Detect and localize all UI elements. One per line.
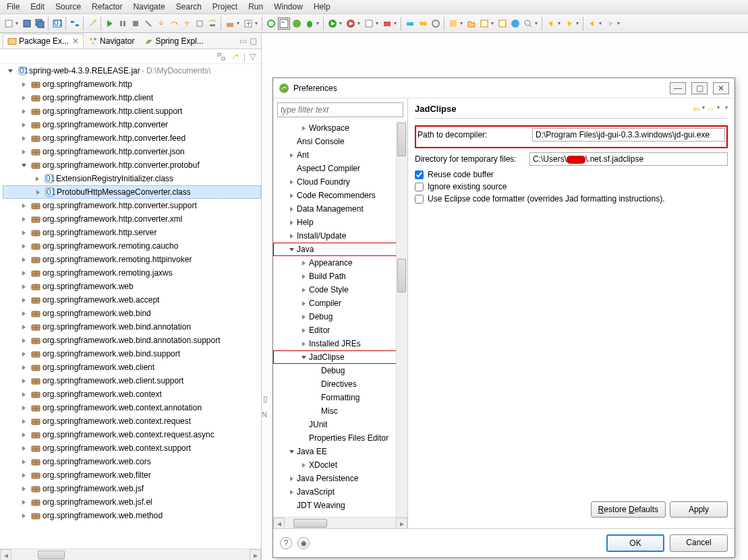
minimize-icon[interactable]: ▭ bbox=[239, 36, 247, 46]
step-return-icon[interactable] bbox=[181, 18, 193, 30]
wand-icon[interactable] bbox=[86, 18, 98, 30]
project-root[interactable]: 010spring-web-4.3.9.RELEASE.jar - D:\MyD… bbox=[3, 64, 261, 77]
annotation-prev-icon[interactable] bbox=[545, 18, 557, 30]
apply-button[interactable]: Apply bbox=[670, 501, 728, 518]
package-row[interactable]: org.springframework.http.server bbox=[3, 226, 261, 239]
package-row[interactable]: org.springframework.web.context.request bbox=[3, 414, 261, 428]
reuse-checkbox[interactable] bbox=[415, 170, 424, 179]
close-icon[interactable]: ✕ bbox=[72, 36, 79, 46]
back-icon[interactable] bbox=[586, 18, 598, 30]
filter-input[interactable] bbox=[277, 102, 403, 117]
new-jpa-icon[interactable] bbox=[447, 18, 459, 30]
package-row[interactable]: org.springframework.http.converter.feed bbox=[3, 131, 261, 145]
package-row[interactable]: org.springframework.web.bind bbox=[3, 307, 261, 320]
scroll-thumb[interactable] bbox=[397, 259, 406, 292]
pref-h-scrollbar[interactable]: ◂ ▸ bbox=[273, 517, 407, 528]
step-into-icon[interactable] bbox=[155, 18, 167, 30]
pref-tree-item[interactable]: Workspace bbox=[273, 121, 407, 135]
toggle-breadcrumb-icon[interactable] bbox=[69, 18, 81, 30]
pref-tree[interactable]: GeneralWorkspaceAnsi ConsoleAntAspectJ C… bbox=[273, 121, 407, 517]
coverage-icon[interactable] bbox=[345, 18, 357, 30]
menu-ic
              holder[interactable]: ▾ bbox=[725, 104, 728, 114]
menu-help[interactable]: Help bbox=[308, 0, 336, 13]
relaunch-icon[interactable] bbox=[265, 18, 277, 30]
link-icon[interactable] bbox=[230, 52, 239, 61]
pref-tree-item[interactable]: JadClipse bbox=[273, 350, 407, 364]
pref-tree-item[interactable]: Formatting bbox=[273, 391, 407, 404]
pref-tree-item[interactable]: Java Persistence bbox=[273, 472, 407, 485]
scroll-right-icon[interactable]: ▸ bbox=[396, 518, 407, 528]
pref-tree-item[interactable]: Code Recommenders bbox=[273, 189, 407, 202]
package-row[interactable]: org.springframework.remoting.jaxws bbox=[3, 266, 261, 280]
package-row[interactable]: org.springframework.web.cors bbox=[3, 455, 261, 468]
step-over-icon[interactable] bbox=[168, 18, 180, 30]
package-row[interactable]: org.springframework.http.converter.proto… bbox=[3, 158, 261, 172]
h-scrollbar[interactable]: ◂ ▸ bbox=[0, 549, 261, 560]
path-input[interactable] bbox=[532, 128, 725, 142]
restore-defaults-button[interactable]: Restore Defaults bbox=[591, 501, 666, 518]
pref-tree-item[interactable]: JavaScript bbox=[273, 485, 407, 499]
new-conn-icon[interactable] bbox=[417, 18, 429, 30]
scroll-thumb[interactable] bbox=[397, 123, 406, 156]
annotation-next-icon[interactable] bbox=[563, 18, 575, 30]
maximize-icon[interactable]: ▢ bbox=[250, 36, 257, 46]
pref-tree-item[interactable]: Editor bbox=[273, 323, 407, 337]
collapse-icon[interactable] bbox=[217, 52, 226, 61]
package-row[interactable]: org.springframework.web bbox=[3, 280, 261, 293]
ignore-checkbox[interactable] bbox=[415, 183, 424, 191]
menu-edit[interactable]: Edit bbox=[25, 0, 50, 13]
package-row[interactable]: org.springframework.web.jsf bbox=[3, 482, 261, 495]
save-all-icon[interactable] bbox=[34, 18, 46, 30]
package-row[interactable]: org.springframework.http.converter.xml bbox=[3, 212, 261, 226]
class-row[interactable]: 010ExtensionRegistryInitializer.class bbox=[3, 172, 261, 185]
new-icon[interactable] bbox=[3, 18, 15, 30]
forward-icon[interactable] bbox=[604, 18, 616, 30]
new-folder-icon[interactable] bbox=[465, 18, 478, 30]
dialog-titlebar[interactable]: Preferences — ▢ ✕ bbox=[273, 78, 735, 98]
menu-file[interactable]: File bbox=[1, 0, 25, 13]
pref-tree-item[interactable]: Build Path bbox=[273, 270, 407, 283]
scroll-left-icon[interactable]: ◂ bbox=[273, 518, 285, 528]
pref-tree-item[interactable]: Help bbox=[273, 216, 407, 229]
console-icon[interactable] bbox=[278, 18, 290, 30]
debug-stop-icon[interactable] bbox=[130, 18, 142, 30]
class-row[interactable]: 010ProtobufHttpMessageConverter.class bbox=[3, 185, 261, 199]
pref-tree-item[interactable]: Ansi Console bbox=[273, 135, 407, 148]
import-export-icon[interactable]: ◉ bbox=[297, 537, 310, 549]
pref-tree-item[interactable]: XDoclet bbox=[273, 458, 407, 472]
help-icon[interactable]: ? bbox=[280, 537, 292, 549]
pref-tree-item[interactable]: Properties Files Editor bbox=[273, 431, 407, 445]
menu-search[interactable]: Search bbox=[171, 0, 207, 13]
pref-tree-item[interactable]: JUnit bbox=[273, 418, 407, 431]
package-row[interactable]: org.springframework.http.client.support bbox=[3, 104, 261, 118]
search-icon[interactable] bbox=[522, 18, 534, 30]
pref-tree-item[interactable]: Compiler bbox=[273, 297, 407, 310]
package-row[interactable]: org.springframework.web.context.annotati… bbox=[3, 401, 261, 414]
forward-icon[interactable]: ⇨ bbox=[708, 104, 714, 114]
package-row[interactable]: org.springframework.remoting.httpinvoker bbox=[3, 253, 261, 266]
package-tree[interactable]: 010spring-web-4.3.9.RELEASE.jar - D:\MyD… bbox=[0, 64, 261, 549]
ok-button[interactable]: OK bbox=[606, 534, 664, 552]
pref-tree-item[interactable]: Data Management bbox=[273, 202, 407, 216]
pref-tree-item[interactable]: Debug bbox=[273, 364, 407, 377]
package-row[interactable]: org.springframework.web.bind.support bbox=[3, 347, 261, 361]
minimized-view-icon[interactable]: ▯ bbox=[263, 394, 268, 404]
package-row[interactable]: org.springframework.web.client.support bbox=[3, 374, 261, 387]
pref-tree-item[interactable]: Installed JREs bbox=[273, 337, 407, 350]
tab-spring-explorer[interactable]: Spring Expl... bbox=[139, 34, 208, 49]
pref-tree-item[interactable]: Cloud Foundry bbox=[273, 175, 407, 189]
package-row[interactable]: org.springframework.web.bind.annotation bbox=[3, 320, 261, 334]
menu-project[interactable]: Project bbox=[207, 0, 243, 13]
pref-tree-item[interactable]: Ant bbox=[273, 148, 407, 162]
minimize-button[interactable]: — bbox=[670, 82, 686, 94]
package-row[interactable]: org.springframework.web.context.support bbox=[3, 441, 261, 455]
v-scrollbar[interactable] bbox=[396, 121, 407, 517]
drop-frame-icon[interactable] bbox=[194, 18, 206, 30]
pref-tree-item[interactable]: Misc bbox=[273, 404, 407, 418]
open-type-icon[interactable] bbox=[478, 18, 490, 30]
back-icon[interactable]: ⇦ bbox=[693, 104, 699, 114]
maximize-button[interactable]: ▢ bbox=[691, 82, 708, 94]
pref-tree-item[interactable]: Java EE bbox=[273, 445, 407, 458]
cancel-button[interactable]: Cancel bbox=[670, 534, 728, 552]
package-row[interactable]: org.springframework.web.method bbox=[3, 509, 261, 522]
